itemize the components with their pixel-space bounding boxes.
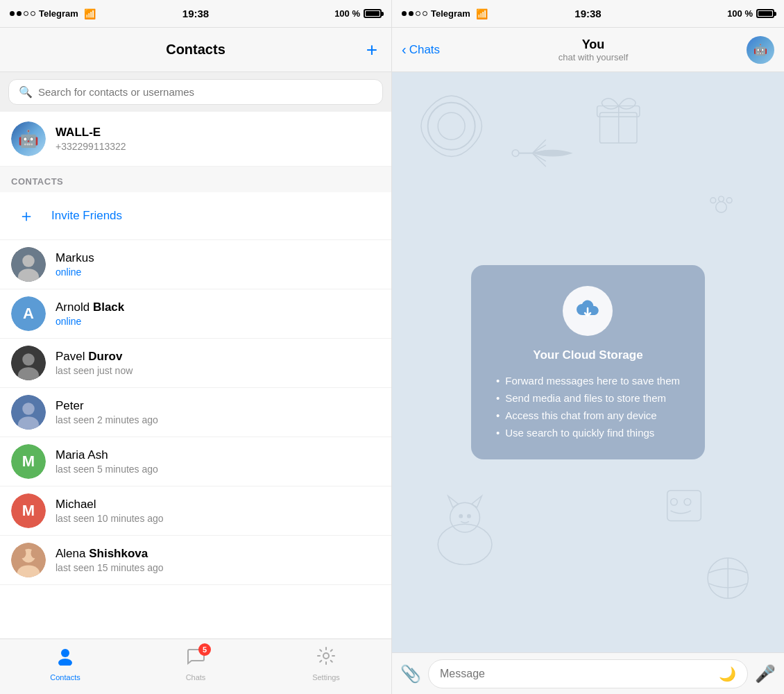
search-icon: 🔍 <box>19 85 33 99</box>
settings-tab-label: Settings <box>312 673 340 682</box>
my-profile-name: WALL-E <box>56 126 126 139</box>
svg-point-17 <box>428 103 475 150</box>
chat-header: ‹ Chats You chat with yourself 🤖 <box>392 28 784 72</box>
cloud-storage-card: Your Cloud Storage Forward messages here… <box>471 265 705 459</box>
cloud-storage-title: Your Cloud Storage <box>533 348 642 362</box>
contact-item-maria[interactable]: M Maria Ash last seen 5 minutes ago <box>0 437 391 486</box>
michael-name: Michael <box>56 498 164 511</box>
right-battery-pct: 100 % <box>727 8 753 19</box>
contact-item-peter[interactable]: Peter last seen 2 minutes ago <box>0 388 391 437</box>
arnold-avatar: A <box>11 296 46 331</box>
svg-point-20 <box>716 202 727 213</box>
message-input-bar: 📎 🌙 🎤 <box>392 652 784 694</box>
michael-avatar: M <box>11 493 46 528</box>
tab-chats[interactable]: 5 Chats <box>130 646 261 682</box>
chat-background: Your Cloud Storage Forward messages here… <box>392 72 784 652</box>
settings-tab-icon <box>316 646 336 670</box>
right-time: 19:38 <box>574 8 601 19</box>
contacts-section-header: CONTACTS <box>0 167 391 192</box>
my-profile-row[interactable]: 🤖 WALL-E +332299113322 <box>0 112 391 167</box>
back-chevron-icon: ‹ <box>402 42 407 58</box>
right-wifi-icon: 📶 <box>476 8 488 19</box>
chats-tab-icon: 5 <box>186 646 205 670</box>
chat-title: You <box>582 37 605 52</box>
left-wifi-icon: 📶 <box>84 8 96 19</box>
mic-icon[interactable]: 🎤 <box>755 664 776 684</box>
pavel-name: Pavel Durov <box>56 350 133 364</box>
svg-point-22 <box>719 196 724 202</box>
cloud-icon <box>563 286 613 336</box>
svg-point-15 <box>58 659 72 666</box>
cloud-bullet-1: Forward messages here to save them <box>496 375 680 387</box>
back-button[interactable]: ‹ Chats <box>402 42 440 58</box>
my-profile-avatar: 🤖 <box>11 121 46 156</box>
chats-badge: 5 <box>198 643 211 656</box>
svg-rect-28 <box>667 491 701 521</box>
back-label: Chats <box>409 43 440 57</box>
chat-header-avatar[interactable]: 🤖 <box>747 36 774 64</box>
contact-item-markus[interactable]: Markus online <box>0 240 391 289</box>
maria-avatar: M <box>11 444 46 479</box>
contacts-header: Contacts + <box>0 28 391 72</box>
contacts-tab-icon <box>56 646 75 670</box>
svg-point-16 <box>323 653 329 659</box>
right-carrier-name: Telegram <box>431 8 470 19</box>
message-input[interactable] <box>440 668 719 680</box>
peter-name: Peter <box>56 399 158 413</box>
search-input[interactable] <box>38 86 373 98</box>
contact-item-arnold[interactable]: A Arnold Black online <box>0 289 391 339</box>
cloud-bullet-2: Send media and files to store them <box>496 392 680 404</box>
contact-item-pavel[interactable]: Pavel Durov last seen just now <box>0 339 391 388</box>
left-status-carrier-dots <box>10 11 35 16</box>
add-contact-button[interactable]: + <box>366 40 377 60</box>
maria-status: last seen 5 minutes ago <box>56 464 158 475</box>
attach-icon[interactable]: 📎 <box>400 664 421 684</box>
cloud-bullet-4: Use search to quickly find things <box>496 427 680 439</box>
svg-point-26 <box>459 514 463 518</box>
contact-item-michael[interactable]: M Michael last seen 10 minutes ago <box>0 486 391 536</box>
left-time: 19:38 <box>182 8 209 19</box>
peter-status: last seen 2 minutes ago <box>56 414 158 425</box>
svg-point-29 <box>671 498 678 505</box>
markus-name: Markus <box>56 251 94 265</box>
pavel-status: last seen just now <box>56 365 133 376</box>
invite-friends-row[interactable]: ＋ Invite Friends <box>0 192 391 240</box>
tab-bar: Contacts 5 Chats <box>0 638 391 694</box>
svg-point-14 <box>61 649 69 657</box>
contacts-title: Contacts <box>166 42 225 58</box>
chat-subtitle: chat with yourself <box>559 52 628 62</box>
tab-contacts[interactable]: Contacts <box>0 646 130 682</box>
svg-point-23 <box>726 198 732 203</box>
search-bar: 🔍 <box>0 72 391 112</box>
chats-tab-label: Chats <box>186 673 206 682</box>
cloud-bullet-3: Access this chat from any device <box>496 409 680 421</box>
arnold-status: online <box>56 316 124 327</box>
markus-status: online <box>56 266 94 278</box>
svg-point-7 <box>22 403 35 415</box>
svg-point-25 <box>450 502 480 532</box>
michael-status: last seen 10 minutes ago <box>56 513 164 524</box>
svg-point-21 <box>710 198 716 203</box>
svg-point-24 <box>438 524 492 564</box>
invite-friends-label: Invite Friends <box>51 209 122 223</box>
svg-point-4 <box>22 353 35 366</box>
left-battery-pct: 100 % <box>334 8 360 19</box>
left-carrier-name: Telegram <box>39 8 78 19</box>
markus-avatar <box>11 247 46 282</box>
contact-item-alena[interactable]: Alena Shishkova last seen 15 minutes ago <box>0 536 391 585</box>
svg-point-19 <box>512 150 519 157</box>
alena-name: Alena Shishkova <box>56 547 164 561</box>
tab-settings[interactable]: Settings <box>261 646 391 682</box>
right-status-carrier-dots <box>402 11 427 16</box>
pavel-avatar <box>11 346 46 380</box>
my-profile-phone: +332299113322 <box>56 141 126 152</box>
invite-plus-icon: ＋ <box>11 201 42 231</box>
emoji-icon[interactable]: 🌙 <box>719 666 736 682</box>
alena-avatar <box>11 543 46 577</box>
left-battery-icon <box>364 9 382 18</box>
cloud-storage-bullets: Forward messages here to save them Send … <box>496 375 680 439</box>
svg-point-1 <box>22 255 35 267</box>
svg-point-30 <box>684 498 691 505</box>
right-battery-icon <box>756 9 774 18</box>
arnold-name: Arnold Black <box>56 301 124 314</box>
